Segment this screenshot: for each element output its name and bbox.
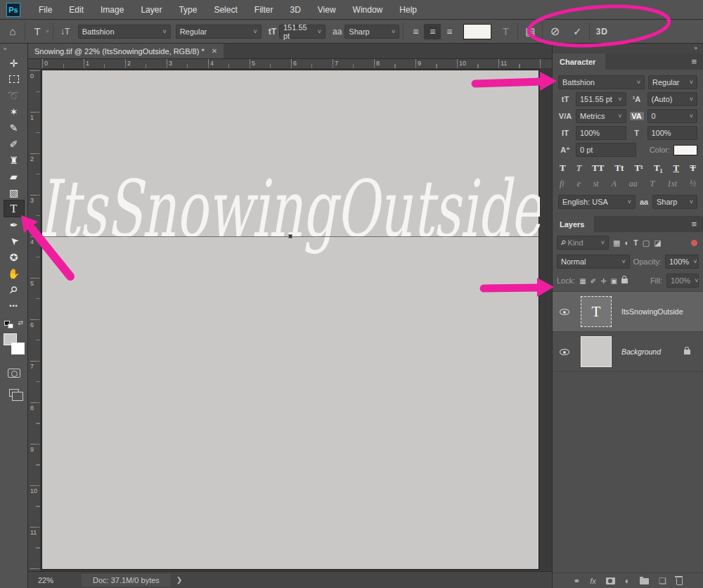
lock-position-icon[interactable]: ✛ (600, 277, 606, 285)
quick-mask-button[interactable] (8, 369, 20, 378)
discretionary-ligatures-button[interactable]: st (593, 179, 599, 189)
align-center-button[interactable]: ≡ (424, 24, 441, 39)
small-caps-button[interactable]: Tt (614, 162, 624, 174)
menu-select[interactable]: Select (205, 5, 245, 15)
font-family-select[interactable]: Battshion ˅ (78, 25, 171, 39)
underline-button[interactable]: T (673, 162, 680, 174)
char-antialias-select[interactable]: Sharp ˅ (652, 195, 697, 209)
tool-zoom[interactable]: ⚲ (4, 281, 24, 298)
tool-type[interactable]: T (4, 200, 24, 217)
blend-mode-select[interactable]: Normal ˅ (557, 255, 630, 269)
cancel-edits-button[interactable]: ⊘ (546, 23, 563, 40)
fill-select[interactable]: 100% ˅ (666, 274, 699, 288)
filter-shape-layers-icon[interactable]: ▢ (643, 238, 650, 248)
status-chevron-icon[interactable]: ❯ (176, 576, 182, 584)
opacity-select[interactable]: 100% ˅ (665, 255, 699, 269)
menu-view[interactable]: View (309, 5, 344, 15)
swash-button[interactable]: A (612, 179, 617, 189)
menu-3d[interactable]: 3D (281, 5, 309, 15)
filter-adjustment-layers-icon[interactable]: ◐ (624, 238, 629, 247)
tab-layers[interactable]: Layers (553, 216, 594, 232)
document-tab[interactable]: Snowing.tif @ 22% (ItsSnowingOutside, RG… (28, 44, 224, 58)
lock-transparency-icon[interactable]: ▦ (579, 277, 586, 285)
superscript-button[interactable]: T¹ (634, 162, 643, 174)
tool-path-select[interactable]: ➤ (4, 233, 24, 249)
tool-eraser[interactable]: ▰ (4, 168, 24, 184)
tool-shape[interactable]: ✪ (4, 249, 24, 265)
char-baseline-field[interactable]: 0 pt (576, 143, 636, 157)
align-left-button[interactable]: ≡ (407, 24, 424, 39)
lock-artboard-icon[interactable]: ▣ (611, 277, 617, 285)
swap-colors-icon[interactable]: ⇄ (18, 319, 23, 326)
align-right-button[interactable]: ≡ (441, 24, 458, 39)
ligatures-button[interactable]: fi (560, 179, 565, 189)
filter-pixel-layers-icon[interactable]: ▦ (613, 238, 620, 248)
screen-mode-button[interactable] (9, 389, 19, 397)
layer-row-background[interactable]: Background (553, 332, 703, 372)
tool-clone-stamp[interactable]: ♜ (4, 152, 24, 168)
lock-pixels-icon[interactable]: ✐ (591, 277, 596, 285)
layer-visibility-icon[interactable] (560, 309, 569, 315)
adjustment-layer-icon[interactable]: ◐ (625, 576, 630, 586)
menu-window[interactable]: Window (344, 5, 392, 15)
char-hscale-field[interactable]: 100% (647, 126, 698, 140)
subscript-button[interactable]: T₁ (654, 162, 663, 174)
new-group-icon[interactable] (640, 578, 649, 584)
ordinals-button[interactable]: 1st (667, 179, 677, 189)
panel-menu-icon[interactable]: ≡ (691, 56, 703, 67)
panel-menu-icon[interactable]: ≡ (691, 219, 703, 229)
menu-file[interactable]: File (30, 5, 60, 15)
tool-brush[interactable]: ✐ (4, 136, 24, 152)
char-vscale-field[interactable]: 100% (576, 126, 626, 140)
color-swatch-pair[interactable] (4, 333, 25, 354)
panel-collapse-icon[interactable]: » (553, 44, 703, 53)
zoom-level-field[interactable]: 22% (28, 576, 60, 584)
default-colors-icon[interactable]: ⇄ (4, 321, 17, 331)
layer-row-itssnowingoutside[interactable]: T ItsSnowingOutside (553, 292, 703, 332)
anti-alias-select[interactable]: Sharp ˅ (344, 25, 399, 39)
text-orientation-icon[interactable]: ↓T (57, 23, 74, 40)
new-layer-icon[interactable]: ❏ (659, 576, 666, 586)
3d-button[interactable]: 3D (593, 23, 610, 40)
menu-filter[interactable]: Filter (246, 5, 282, 15)
tool-marquee[interactable] (4, 71, 24, 87)
filter-smart-objects-icon[interactable]: ◪ (654, 238, 661, 248)
text-color-swatch[interactable] (463, 24, 491, 39)
tool-eyedropper[interactable]: ✎ (4, 120, 24, 136)
all-caps-button[interactable]: TT (592, 162, 604, 174)
char-size-select[interactable]: 151.55 pt ˅ (576, 92, 626, 106)
filtering-toggle-icon[interactable] (691, 240, 697, 246)
text-baseline-handle[interactable] (288, 234, 292, 238)
tool-more[interactable]: ••• (4, 298, 24, 314)
home-icon[interactable]: ⌂ (4, 23, 21, 40)
font-size-select[interactable]: 151.55 pt ˅ (279, 25, 325, 39)
delete-layer-icon[interactable] (676, 578, 683, 585)
layer-filter-select[interactable]: ⚲ Kind ˅ (557, 236, 609, 250)
filter-type-layers-icon[interactable]: T (633, 238, 638, 247)
tool-hand[interactable]: ✋ (4, 265, 24, 281)
titling-alternates-button[interactable]: T (650, 179, 655, 189)
lock-all-icon[interactable] (621, 279, 628, 283)
tool-magic-wand[interactable]: ✶ (4, 103, 24, 120)
tool-gradient[interactable]: ▧ (4, 184, 24, 200)
toggle-panels-icon[interactable]: ▤ (522, 23, 538, 40)
char-color-swatch[interactable] (673, 145, 697, 155)
text-layer-thumbnail[interactable]: T (581, 296, 612, 327)
menu-image[interactable]: Image (92, 5, 132, 15)
layer-style-icon[interactable]: fx (590, 577, 596, 585)
close-icon[interactable]: ✕ (212, 47, 217, 55)
add-mask-icon[interactable] (606, 577, 615, 584)
tab-character[interactable]: Character (553, 53, 605, 70)
char-leading-select[interactable]: (Auto) ˅ (647, 92, 698, 106)
char-font-family-select[interactable]: Battshion ˅ (558, 75, 645, 89)
faux-italic-button[interactable]: T (576, 162, 581, 174)
background-layer-thumbnail[interactable] (581, 336, 612, 367)
canvas[interactable]: ItsSnowingOutside (41, 70, 539, 570)
language-select[interactable]: English: USA ˅ (558, 195, 636, 209)
layer-name[interactable]: ItsSnowingOutside (621, 307, 683, 316)
menu-edit[interactable]: Edit (60, 5, 92, 15)
layer-name[interactable]: Background (621, 347, 661, 356)
stylistic-alternates-button[interactable]: aa (629, 179, 638, 189)
background-color-swatch[interactable] (11, 343, 25, 354)
char-tracking-select[interactable]: 0 ˅ (647, 109, 698, 123)
